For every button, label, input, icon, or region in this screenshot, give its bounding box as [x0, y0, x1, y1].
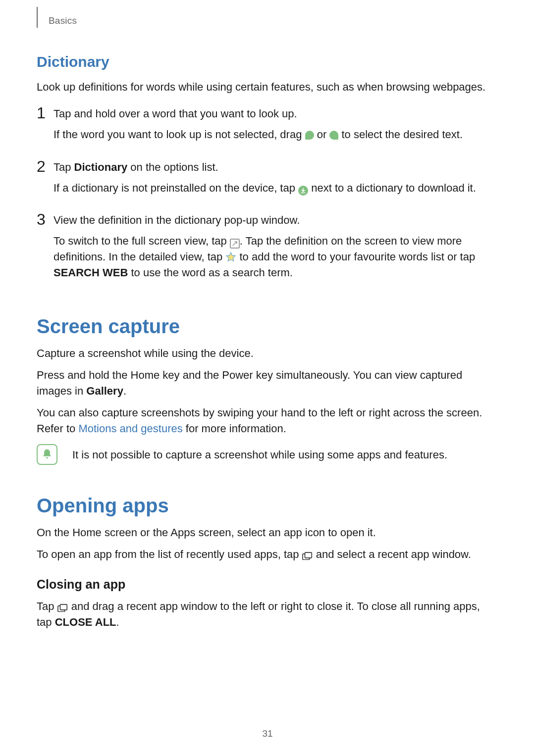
step-body: Tap and hold over a word that you want t… [54, 105, 490, 148]
text-fragment: Tap [37, 600, 57, 612]
step-number: 3 [37, 211, 54, 227]
step-number: 1 [37, 105, 54, 121]
step-number: 2 [37, 158, 54, 174]
note-text: It is not possible to capture a screensh… [72, 444, 447, 463]
step-3: 3 View the definition in the dictionary … [37, 211, 490, 286]
body-text: You can also capture screenshots by swip… [37, 405, 490, 437]
text-fragment: If the word you want to look up is not s… [54, 128, 305, 141]
body-text: Tap and drag a recent app window to the … [37, 599, 490, 630]
page-header: Basics [37, 14, 490, 28]
text-fragment: to add the word to your favourite words … [239, 251, 475, 263]
text-fragment: and select a recent app window. [316, 548, 471, 560]
dictionary-steps: 1 Tap and hold over a word that you want… [37, 105, 490, 286]
step-text: If the word you want to look up is not s… [54, 127, 490, 143]
step-text: If a dictionary is not preinstalled on t… [54, 180, 490, 196]
bold-text: Gallery [86, 385, 123, 397]
step-2: 2 Tap Dictionary on the options list. If… [37, 158, 490, 201]
body-text: Press and hold the Home key and the Powe… [37, 367, 490, 399]
recent-apps-icon [302, 549, 313, 557]
download-icon [298, 186, 308, 196]
text-fragment: to use the word as a search term. [128, 266, 293, 279]
recent-apps-icon [57, 601, 68, 609]
bold-text: SEARCH WEB [54, 266, 128, 279]
heading-screen-capture: Screen capture [37, 315, 490, 338]
text-fragment: . [116, 616, 119, 628]
text-fragment: for more information. [183, 422, 286, 435]
bold-text: Dictionary [74, 161, 128, 173]
step-body: View the definition in the dictionary po… [54, 211, 490, 286]
text-fragment: . [123, 385, 126, 397]
step-text: View the definition in the dictionary po… [54, 212, 490, 228]
text-fragment: Tap [54, 161, 74, 173]
step-text: To switch to the full screen view, tap .… [54, 233, 490, 281]
dictionary-intro: Look up definitions for words while usin… [37, 79, 490, 95]
step-body: Tap Dictionary on the options list. If a… [54, 158, 490, 201]
step-1: 1 Tap and hold over a word that you want… [37, 105, 490, 148]
text-fragment: or [317, 128, 330, 141]
section-label: Basics [49, 15, 77, 26]
header-divider [37, 7, 38, 28]
page-number: 31 [0, 728, 535, 739]
note-block: It is not possible to capture a screensh… [37, 444, 490, 465]
fullscreen-icon [230, 239, 240, 249]
heading-dictionary: Dictionary [37, 53, 490, 70]
text-fragment: on the options list. [127, 161, 218, 173]
body-text: On the Home screen or the Apps screen, s… [37, 525, 490, 541]
text-fragment: If a dictionary is not preinstalled on t… [54, 182, 298, 194]
star-icon [225, 251, 236, 262]
step-text: Tap and hold over a word that you want t… [54, 106, 490, 122]
svg-rect-2 [305, 553, 312, 558]
note-bell-icon [37, 444, 57, 465]
link-motions-gestures[interactable]: Motions and gestures [78, 422, 182, 435]
text-fragment: To open an app from the list of recently… [37, 548, 302, 560]
text-handle-left-icon [305, 131, 314, 140]
text-fragment: To switch to the full screen view, tap [54, 235, 230, 247]
body-text: Capture a screenshot while using the dev… [37, 346, 490, 361]
svg-rect-4 [60, 605, 67, 610]
bold-text: CLOSE ALL [55, 616, 116, 628]
text-fragment: next to a dictionary to download it. [311, 182, 476, 194]
body-text: To open an app from the list of recently… [37, 547, 490, 562]
step-text: Tap Dictionary on the options list. [54, 159, 490, 175]
heading-closing-app: Closing an app [37, 577, 490, 592]
heading-opening-apps: Opening apps [37, 495, 490, 517]
text-handle-right-icon [329, 131, 338, 140]
text-fragment: to select the desired text. [341, 128, 463, 141]
